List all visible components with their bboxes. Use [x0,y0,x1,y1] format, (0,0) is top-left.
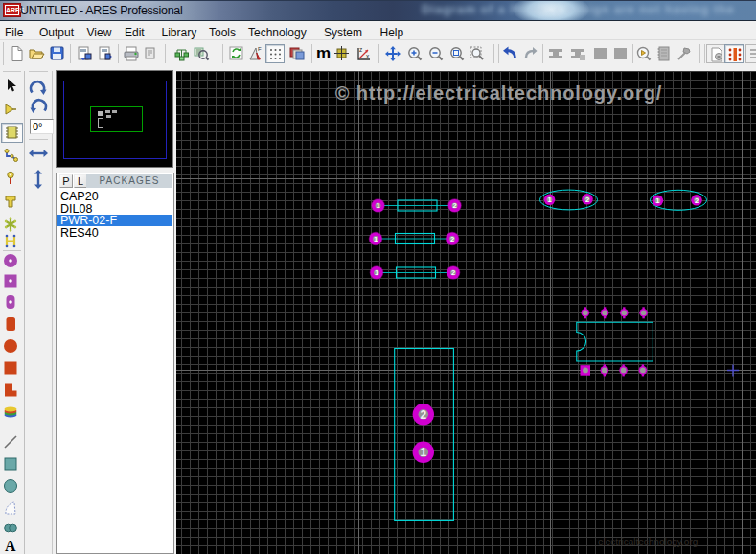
svg-text:F: F [258,46,262,52]
svg-text:2: 2 [420,408,426,422]
svg-text:A: A [5,538,16,554]
svg-text:electricaltechnology.org: electricaltechnology.org [598,537,698,547]
svg-text:1: 1 [655,196,659,205]
svg-text:© http://electricaltechnology.: © http://electricaltechnology.org/ [335,82,663,104]
svg-text:z: z [359,46,362,53]
svg-text:x: x [366,53,370,59]
svg-text:2: 2 [451,268,455,277]
svg-text:1: 1 [376,201,379,210]
svg-text:2: 2 [695,196,699,205]
svg-text:2: 2 [450,235,454,243]
svg-text:1: 1 [375,268,378,277]
svg-text:1: 1 [547,196,551,204]
svg-text:2: 2 [452,201,456,210]
svg-text:m: m [316,45,331,62]
svg-text:1: 1 [420,446,426,459]
svg-text:2: 2 [585,196,589,204]
svg-text:1: 1 [374,235,378,243]
